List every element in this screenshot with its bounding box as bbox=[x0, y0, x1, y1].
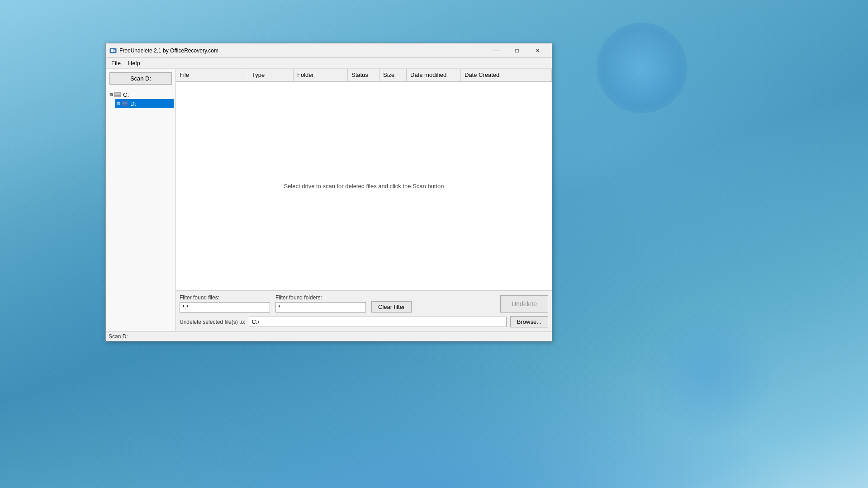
close-button[interactable]: ✕ bbox=[527, 43, 548, 58]
maximize-button[interactable]: □ bbox=[507, 43, 527, 58]
col-header-created-label: Date Created bbox=[465, 71, 499, 78]
drive-tree: ⊞ C: ⊟ bbox=[106, 88, 175, 331]
col-header-created[interactable]: Date Created bbox=[461, 69, 552, 81]
undelete-destination-label: Undelete selected file(s) to: bbox=[180, 319, 245, 325]
minimize-button[interactable]: — bbox=[486, 43, 507, 58]
drive-c-label: C: bbox=[123, 91, 129, 98]
filter-folders-input[interactable] bbox=[275, 302, 366, 313]
menu-file[interactable]: File bbox=[108, 59, 124, 67]
file-list-content: Select drive to scan for deleted files a… bbox=[176, 82, 552, 290]
svg-rect-1 bbox=[111, 49, 114, 52]
bg-decoration-2 bbox=[642, 307, 778, 443]
bg-decoration-1 bbox=[597, 23, 687, 113]
filter-folders-label: Filter found folders: bbox=[275, 294, 366, 301]
empty-message: Select drive to scan for deleted files a… bbox=[284, 183, 444, 190]
col-header-status-label: Status bbox=[351, 71, 368, 78]
drive-c-item[interactable]: ⊞ C: bbox=[108, 90, 174, 99]
filter-files-group: Filter found files: bbox=[180, 294, 270, 313]
undelete-destination-row: Undelete selected file(s) to: Browse... bbox=[180, 316, 548, 327]
right-panel: File Type Folder Status Size D bbox=[176, 69, 552, 331]
expand-icon-c: ⊞ bbox=[109, 92, 113, 97]
svg-rect-3 bbox=[114, 51, 115, 52]
filter-files-label: Filter found files: bbox=[180, 294, 270, 301]
scan-button[interactable]: Scan D: bbox=[109, 72, 172, 85]
col-header-file[interactable]: File bbox=[176, 69, 248, 81]
col-header-type-label: Type bbox=[252, 71, 265, 78]
drive-d-icon bbox=[121, 100, 128, 107]
drive-c-icon bbox=[114, 91, 121, 98]
col-header-folder[interactable]: Folder bbox=[294, 69, 348, 81]
col-header-modified[interactable]: Date modified bbox=[407, 69, 461, 81]
col-header-file-label: File bbox=[180, 71, 189, 78]
drive-d-item[interactable]: ⊟ D: bbox=[115, 99, 174, 108]
main-area: Scan D: ⊞ C: ⊟ bbox=[106, 69, 552, 331]
col-header-size[interactable]: Size bbox=[379, 69, 407, 81]
undelete-path-input[interactable] bbox=[249, 317, 506, 327]
title-bar: FreeUndelete 2.1 by OfficeRecovery.com —… bbox=[106, 43, 552, 58]
svg-point-9 bbox=[126, 104, 127, 105]
svg-point-6 bbox=[119, 95, 120, 96]
col-header-folder-label: Folder bbox=[297, 71, 314, 78]
menu-bar: File Help bbox=[106, 58, 552, 69]
clear-filter-button[interactable]: Clear filter bbox=[371, 301, 412, 313]
bottom-panel: Filter found files: Filter found folders… bbox=[176, 290, 552, 331]
drive-d-label: D: bbox=[130, 100, 136, 107]
col-header-status[interactable]: Status bbox=[348, 69, 379, 81]
app-icon bbox=[109, 47, 117, 54]
col-header-size-label: Size bbox=[383, 71, 394, 78]
undelete-button[interactable]: Undelete bbox=[500, 295, 548, 313]
menu-help[interactable]: Help bbox=[124, 59, 144, 67]
col-header-modified-label: Date modified bbox=[410, 71, 446, 78]
left-panel: Scan D: ⊞ C: ⊟ bbox=[106, 69, 176, 331]
expand-icon-d: ⊟ bbox=[117, 101, 120, 106]
file-list-header: File Type Folder Status Size D bbox=[176, 69, 552, 82]
filters-and-clear: Filter found files: Filter found folders… bbox=[180, 294, 548, 313]
status-bar: Scan D: bbox=[106, 331, 552, 341]
window-controls: — □ ✕ bbox=[486, 43, 548, 58]
col-header-type[interactable]: Type bbox=[248, 69, 294, 81]
svg-rect-2 bbox=[114, 50, 115, 51]
filter-folders-group: Filter found folders: bbox=[275, 294, 366, 313]
desktop: FreeUndelete 2.1 by OfficeRecovery.com —… bbox=[0, 0, 868, 488]
filter-files-input[interactable] bbox=[180, 302, 270, 313]
window-title: FreeUndelete 2.1 by OfficeRecovery.com bbox=[119, 47, 486, 54]
browse-button[interactable]: Browse... bbox=[510, 316, 548, 327]
status-text: Scan D: bbox=[109, 333, 128, 340]
bg-decoration-3 bbox=[0, 330, 868, 488]
undelete-action-area: Undelete bbox=[500, 295, 548, 313]
main-window: FreeUndelete 2.1 by OfficeRecovery.com —… bbox=[105, 43, 552, 341]
